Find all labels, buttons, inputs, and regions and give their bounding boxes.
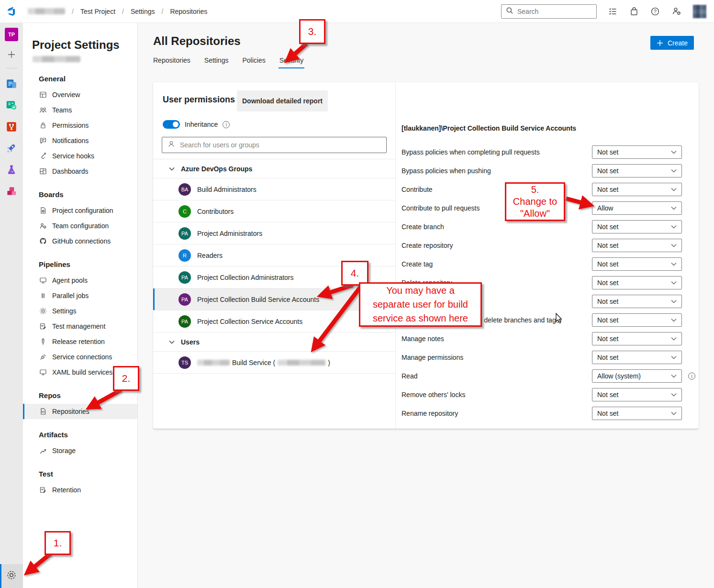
azure-devops-logo-icon[interactable] (7, 6, 18, 17)
user-row-build-service[interactable]: TSBuild Service () (153, 352, 395, 374)
permission-dropdown-manage-notes[interactable]: Not set (592, 332, 682, 345)
permission-dropdown-bypass-policies-when-pushing[interactable]: Not set (592, 164, 682, 178)
avatar[interactable] (693, 5, 706, 18)
repos-hub-icon[interactable] (5, 121, 18, 133)
sidebar-item-test-management[interactable]: Test management (23, 319, 137, 334)
sidebar-item-team-configuration[interactable]: Team configuration (23, 218, 137, 233)
group-row-contributors[interactable]: CContributors (153, 200, 395, 222)
group-avatar: R (178, 249, 191, 262)
sidebar-nav: GeneralOverviewTeamsPermissionsNotificat… (23, 69, 137, 498)
tab-policies[interactable]: Policies (242, 56, 265, 68)
group-row-project-administrators[interactable]: PAProject Administrators (153, 222, 395, 244)
permission-dropdown-delete-repository[interactable]: Not set (592, 276, 682, 289)
breadcrumb-org-blurred[interactable] (28, 8, 65, 14)
sidebar-item-release-retention[interactable]: Release retention (23, 334, 137, 349)
overview-hub-icon[interactable] (5, 78, 18, 90)
global-search-box[interactable] (501, 4, 597, 19)
artifacts-hub-icon[interactable] (5, 185, 18, 198)
permission-label: Rename repository (402, 410, 458, 417)
sidebar-item-project-configuration[interactable]: Project configuration (23, 203, 137, 218)
marketplace-bag-icon[interactable] (629, 7, 639, 16)
permission-dropdown-read[interactable]: Allow (system) (592, 369, 682, 383)
user-settings-icon[interactable] (671, 6, 681, 16)
task-list-icon[interactable] (608, 7, 618, 16)
permission-dropdown-force-push-rewrite-history-delete-branches-and-tags[interactable]: Not set (592, 313, 682, 327)
tab-repositories[interactable]: Repositories (153, 56, 190, 68)
chevron-down-icon[interactable] (169, 340, 175, 344)
permission-dropdown-contribute-to-pull-requests[interactable]: Allow (592, 201, 682, 215)
sidebar-item-retention[interactable]: Retention (23, 482, 137, 498)
pipelines-hub-icon[interactable] (5, 142, 18, 155)
add-project-icon[interactable] (7, 50, 16, 59)
permission-label: Manage notes (402, 335, 444, 343)
sidebar-item-label: GitHub connections (52, 237, 111, 245)
permission-label: Contribute to pull requests (402, 204, 480, 212)
project-avatar[interactable]: TP (5, 28, 18, 41)
chevron-down-icon (671, 374, 677, 378)
sidebar-item-storage[interactable]: Storage (23, 443, 137, 458)
permission-label: Create branch (402, 223, 444, 231)
sidebar-item-repositories[interactable]: Repositories (23, 404, 137, 419)
sidebar-item-permissions[interactable]: Permissions (23, 118, 137, 133)
chevron-down-icon (671, 225, 677, 229)
test-plans-hub-icon[interactable] (5, 164, 18, 176)
sidebar-item-agent-pools[interactable]: Agent pools (23, 273, 137, 288)
permission-dropdown-create-repository[interactable]: Not set (592, 239, 682, 252)
parallel-jobs-icon (39, 292, 47, 300)
identity-search-input[interactable] (180, 141, 381, 149)
sidebar-item-parallel-jobs[interactable]: Parallel jobs (23, 288, 137, 303)
group-avatar: BA (178, 183, 191, 196)
permission-row-bypass-policies-when-pushing: Bypass policies when pushingNot set (396, 161, 699, 180)
boards-hub-icon[interactable] (5, 99, 18, 111)
create-button[interactable]: Create (650, 36, 694, 50)
inheritance-toggle[interactable] (163, 120, 180, 129)
help-icon[interactable]: ? (650, 7, 660, 16)
page-title: All Repositories (153, 34, 241, 48)
download-report-button[interactable]: Download detailed report (237, 90, 328, 111)
breadcrumb-repositories[interactable]: Repositories (170, 8, 207, 15)
dropdown-value: Not set (597, 242, 618, 249)
sidebar-item-github-connections[interactable]: GitHub connections (23, 233, 137, 249)
breadcrumb-project[interactable]: Test Project (80, 8, 115, 15)
permission-dropdown-rename-repository[interactable]: Not set (592, 407, 682, 420)
chevron-down-icon (671, 188, 677, 191)
read-info-icon[interactable]: i (688, 372, 695, 379)
sidebar-item-service-hooks[interactable]: Service hooks (23, 148, 137, 164)
sidebar-item-label: Dashboards (52, 167, 89, 175)
breadcrumb-settings[interactable]: Settings (131, 8, 155, 15)
permission-dropdown-create-tag[interactable]: Not set (592, 257, 682, 271)
sidebar-item-teams[interactable]: Teams (23, 102, 137, 118)
project-settings-gear[interactable] (0, 564, 23, 588)
sidebar-item-label: Service hooks (52, 152, 94, 160)
sidebar-item-settings[interactable]: Settings (23, 303, 137, 319)
permission-dropdown-manage-permissions[interactable]: Not set (592, 351, 682, 364)
chevron-down-icon[interactable] (169, 167, 175, 171)
sidebar-item-label: Parallel jobs (52, 292, 89, 300)
permission-dropdown-contribute[interactable]: Not set (592, 183, 682, 196)
annotation-note: You may have a separate user for build s… (359, 282, 482, 327)
sidebar-item-service-connections[interactable]: Service connections (23, 349, 137, 365)
groups-section-header[interactable]: Azure DevOps Groups (153, 159, 395, 178)
sidebar-item-overview[interactable]: Overview (23, 87, 137, 102)
global-search-input[interactable] (517, 8, 592, 15)
group-label: Readers (197, 252, 223, 259)
org-name-blurred (278, 360, 325, 366)
users-section-header[interactable]: Users (153, 333, 395, 352)
permission-dropdown-create-branch[interactable]: Not set (592, 220, 682, 233)
permission-dropdown-bypass-policies-when-completing-pull-requests[interactable]: Not set (592, 145, 682, 159)
permission-dropdown-remove-others-locks[interactable]: Not set (592, 388, 682, 401)
group-avatar: PA (178, 315, 191, 328)
sidebar-item-dashboards[interactable]: Dashboards (23, 164, 137, 179)
permission-dropdown-edit-policies[interactable]: Not set (592, 295, 682, 308)
sidebar-item-notifications[interactable]: Notifications (23, 133, 137, 148)
chevron-down-icon (671, 169, 677, 173)
dropdown-value: Not set (597, 298, 618, 305)
identity-search-box[interactable] (162, 137, 387, 153)
group-row-build-administrators[interactable]: BABuild Administrators (153, 178, 395, 200)
chevron-down-icon (671, 300, 677, 303)
inheritance-info-icon[interactable]: i (223, 121, 230, 128)
tab-security[interactable]: Security (279, 56, 304, 68)
dropdown-value: Not set (597, 148, 618, 156)
tab-settings[interactable]: Settings (204, 56, 229, 68)
retention-icon (39, 486, 47, 494)
